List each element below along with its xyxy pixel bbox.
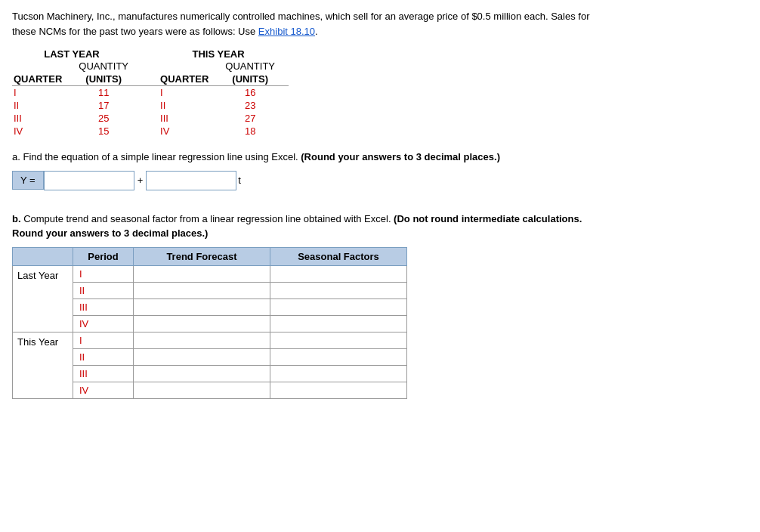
ty-q-label: QUARTER (159, 73, 222, 86)
part-b-label: b. Compute trend and seasonal factor fro… (12, 212, 748, 241)
ty-u-label: (UNITS) (222, 73, 289, 86)
trend-ty-1[interactable] (134, 332, 270, 348)
equation-row: Y = + t (12, 171, 748, 190)
ly-quarter-header (12, 60, 76, 73)
ly-row1-quarter: I (12, 86, 76, 100)
period-ty-1: I (73, 332, 134, 348)
part-a-text: a. Find the equation of a simple linear … (12, 151, 298, 162)
seasonal-input-ty-1[interactable] (270, 332, 406, 348)
seasonal-ly-1[interactable] (270, 265, 407, 282)
exhibit-link[interactable]: Exhibit 18.10 (258, 26, 315, 37)
trend-ty-2[interactable] (134, 348, 270, 365)
trend-input-ly-3[interactable] (134, 299, 270, 315)
trend-input-ty-3[interactable] (134, 366, 270, 382)
ly-quantity-header: QUANTITY (76, 60, 142, 73)
trend-ty-3[interactable] (134, 365, 270, 382)
seasonal-ty-2[interactable] (270, 348, 407, 365)
trend-ly-2[interactable] (134, 282, 270, 298)
ly-row3-units: 25 (76, 112, 142, 125)
trend-input-ly-1[interactable] (134, 266, 270, 282)
intro-text3: . (315, 26, 318, 37)
trend-ly-3[interactable] (134, 298, 270, 315)
trend-ty-4[interactable] (134, 382, 270, 398)
last-year-header: LAST YEAR (12, 48, 142, 60)
regression-slope-input[interactable] (146, 171, 236, 190)
th-trend: Trend Forecast (134, 247, 270, 265)
ly-u-label: (UNITS) (76, 73, 142, 86)
period-ly-2: II (73, 282, 134, 298)
ty-row3-quarter: III (159, 112, 222, 125)
period-ty-3: III (73, 365, 134, 382)
sales-data-table: LAST YEAR THIS YEAR QUANTITY QUANTITY QU… (12, 48, 289, 138)
seasonal-input-ty-4[interactable] (270, 382, 406, 398)
part-a-label: a. Find the equation of a simple linear … (12, 150, 748, 165)
seasonal-input-ly-1[interactable] (270, 266, 406, 282)
part-b-bold1: (Do not round intermediate calculations. (394, 213, 582, 224)
trend-input-ty-1[interactable] (134, 332, 270, 348)
th-period: Period (73, 247, 134, 265)
ly-row2-units: 17 (76, 99, 142, 112)
last-year-cell: Last Year (13, 265, 73, 332)
period-ty-4: IV (73, 382, 134, 398)
seasonal-ly-2[interactable] (270, 282, 407, 298)
table-row: Last Year I (13, 265, 407, 282)
plus-sign: + (137, 175, 144, 186)
ly-q-label: QUARTER (12, 73, 76, 86)
part-a-bold: (Round your answers to 3 decimal places.… (298, 151, 500, 162)
ty-quantity-header: QUANTITY (222, 60, 289, 73)
ly-row4-units: 15 (76, 125, 142, 138)
period-ly-1: I (73, 265, 134, 282)
t-label: t (238, 175, 241, 186)
ly-row1-units: 11 (76, 86, 142, 100)
ly-row3-quarter: III (12, 112, 76, 125)
trend-input-ly-4[interactable] (134, 316, 270, 332)
part-b-text: Compute trend and seasonal factor from a… (21, 213, 394, 224)
seasonal-ly-3[interactable] (270, 298, 407, 315)
seasonal-input-ly-2[interactable] (270, 283, 406, 298)
th-seasonal: Seasonal Factors (270, 247, 407, 265)
y-equals-label: Y = (12, 171, 44, 190)
trend-ly-4[interactable] (134, 315, 270, 332)
seasonal-ly-4[interactable] (270, 315, 407, 332)
ty-row1-units: 16 (222, 86, 289, 100)
ty-row4-units: 18 (222, 125, 289, 138)
ty-row2-quarter: II (159, 99, 222, 112)
trend-input-ty-2[interactable] (134, 349, 270, 365)
table-row: This Year I (13, 332, 407, 348)
period-ty-2: II (73, 348, 134, 365)
this-year-header: THIS YEAR (159, 48, 289, 60)
ty-row1-quarter: I (159, 86, 222, 100)
trend-ly-1[interactable] (134, 265, 270, 282)
seasonal-ty-1[interactable] (270, 332, 407, 348)
seasonal-ty-4[interactable] (270, 382, 407, 398)
trend-seasonal-table: Period Trend Forecast Seasonal Factors L… (12, 247, 407, 399)
part-b-section: b. Compute trend and seasonal factor fro… (12, 212, 748, 399)
ty-row3-units: 27 (222, 112, 289, 125)
ly-row2-quarter: II (12, 99, 76, 112)
part-a-section: a. Find the equation of a simple linear … (12, 150, 748, 190)
period-ly-3: III (73, 298, 134, 315)
regression-intercept-input[interactable] (44, 171, 134, 190)
intro-text2: these NCMs for the past two years were a… (12, 26, 258, 37)
seasonal-input-ty-3[interactable] (270, 366, 406, 382)
ly-row4-quarter: IV (12, 125, 76, 138)
this-year-cell: This Year (13, 332, 73, 398)
seasonal-input-ly-4[interactable] (270, 316, 406, 332)
trend-input-ty-4[interactable] (134, 382, 270, 398)
period-ly-4: IV (73, 315, 134, 332)
data-table-wrapper: LAST YEAR THIS YEAR QUANTITY QUANTITY QU… (12, 48, 748, 138)
intro-paragraph: Tucson Machinery, Inc., manufactures num… (12, 9, 748, 39)
seasonal-ty-3[interactable] (270, 365, 407, 382)
ty-row4-quarter: IV (159, 125, 222, 138)
part-b-bold-b: b. (12, 213, 21, 224)
trend-input-ly-2[interactable] (134, 283, 270, 298)
intro-text1: Tucson Machinery, Inc., manufactures num… (12, 11, 589, 22)
ty-row2-units: 23 (222, 99, 289, 112)
th-empty (13, 247, 73, 265)
part-b-bold2: Round your answers to 3 decimal places.) (12, 227, 208, 239)
ty-quarter-header (159, 60, 222, 73)
seasonal-input-ly-3[interactable] (270, 299, 406, 315)
seasonal-input-ty-2[interactable] (270, 349, 406, 365)
